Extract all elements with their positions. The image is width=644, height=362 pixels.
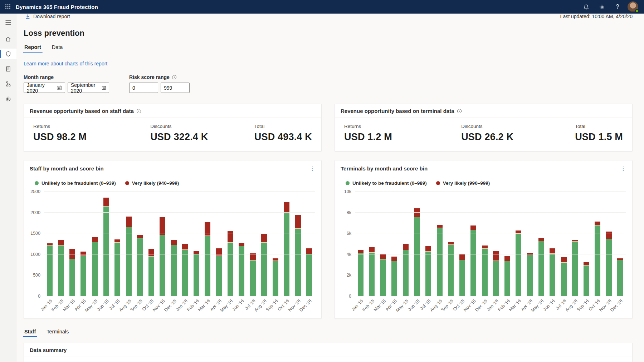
calendar-icon[interactable] [57, 85, 62, 90]
settings-button[interactable] [594, 0, 610, 14]
learn-more-link[interactable]: Learn more about charts of this report [24, 61, 107, 66]
sidebar-item-case-flow[interactable] [0, 79, 16, 89]
stacked-bar[interactable] [92, 237, 98, 296]
legend-item: Very likely (990–999) [436, 180, 490, 186]
stacked-bar[interactable] [470, 225, 476, 296]
bar-segment-red [470, 225, 476, 230]
stacked-bar[interactable] [58, 240, 64, 296]
presence-indicator [635, 9, 639, 13]
stacked-bar[interactable] [148, 249, 154, 296]
bar-segment-red [606, 232, 612, 239]
help-button[interactable]: ? [610, 0, 625, 14]
tab-staff[interactable]: Staff [24, 328, 36, 337]
info-icon[interactable] [457, 109, 462, 114]
bar-column [123, 192, 135, 296]
bar-column [191, 192, 202, 296]
stacked-bar[interactable] [584, 262, 589, 297]
bar-segment-red [595, 222, 600, 226]
stacked-bar[interactable] [391, 257, 397, 296]
stacked-bar[interactable] [606, 232, 612, 296]
bar-segment-green [295, 229, 301, 296]
stacked-bar[interactable] [228, 231, 233, 296]
bar-segment-green [538, 241, 544, 296]
bar-segment-red [92, 237, 98, 242]
metric-label: Returns [344, 124, 461, 129]
bar-segment-green [58, 246, 64, 296]
stacked-bar[interactable] [493, 251, 499, 296]
stacked-bar[interactable] [617, 258, 623, 296]
stacked-bar[interactable] [572, 240, 578, 296]
stacked-bar[interactable] [295, 215, 301, 296]
stacked-bar[interactable] [261, 234, 267, 296]
calendar-icon[interactable] [102, 85, 106, 90]
bar-column [603, 192, 615, 296]
stacked-bar[interactable] [69, 249, 75, 296]
stacked-bar[interactable] [482, 246, 488, 296]
stacked-bar[interactable] [437, 225, 443, 296]
stacked-bar[interactable] [561, 257, 567, 296]
stacked-bar[interactable] [126, 217, 132, 296]
legend-dot-icon [125, 181, 129, 185]
info-icon[interactable] [136, 109, 141, 114]
stacked-bar[interactable] [459, 254, 465, 296]
notifications-button[interactable] [578, 0, 594, 14]
sidebar-expand-button[interactable] [0, 17, 16, 28]
stacked-bar[interactable] [538, 238, 544, 296]
stacked-bar[interactable] [80, 252, 86, 296]
month-to-input[interactable]: September 2020 [68, 83, 109, 93]
bar-segment-green [182, 250, 188, 296]
x-axis-labels: Jan '15Feb '15Mar '15Apr '15May '15Jun '… [44, 296, 315, 317]
stacked-bar[interactable] [216, 248, 222, 296]
stacked-bar[interactable] [284, 202, 289, 296]
stacked-bar[interactable] [595, 222, 600, 296]
stacked-bar[interactable] [160, 217, 165, 296]
download-report-button[interactable]: Download report [25, 14, 70, 19]
stacked-bar[interactable] [504, 256, 510, 296]
stacked-bar[interactable] [425, 246, 431, 296]
stacked-bar[interactable] [380, 254, 386, 296]
stacked-bar[interactable] [306, 248, 312, 296]
stacked-bar[interactable] [516, 230, 521, 296]
account-menu[interactable] [628, 1, 638, 12]
gridline [44, 275, 315, 275]
y-axis-tick-label: 10k [344, 189, 351, 194]
bar-segment-red [504, 256, 510, 261]
download-icon [25, 14, 30, 19]
data-summary-card: Data summary [24, 343, 633, 362]
chart-options-kebab-icon[interactable]: ⋮ [619, 164, 627, 172]
bar-segment-green [459, 260, 465, 296]
stacked-bar[interactable] [414, 208, 420, 296]
tab-report[interactable]: Report [24, 44, 42, 53]
bar-column [592, 192, 603, 296]
sidebar-item-settings[interactable] [0, 94, 16, 104]
app-launcher-waffle-icon[interactable] [0, 0, 16, 14]
stacked-bar[interactable] [273, 258, 278, 296]
bar-segment-red [216, 248, 222, 256]
bar-column [213, 192, 225, 296]
stacked-bar[interactable] [448, 242, 454, 296]
sidebar-item-home[interactable] [0, 34, 16, 44]
stacked-bar[interactable] [358, 250, 364, 296]
bar-segment-green [80, 256, 86, 296]
risk-max-input[interactable]: 999 [161, 83, 190, 93]
stacked-bar[interactable] [239, 243, 244, 296]
risk-min-input[interactable]: 0 [129, 83, 158, 93]
stacked-bar[interactable] [171, 240, 177, 296]
sidebar-item-fraud-protection[interactable] [0, 49, 16, 59]
stacked-bar[interactable] [47, 243, 53, 296]
stacked-bar[interactable] [182, 244, 188, 296]
month-from-input[interactable]: January 2020 [24, 83, 65, 93]
stacked-bar[interactable] [114, 239, 120, 296]
bar-column [281, 192, 292, 296]
sidebar-item-reports[interactable] [0, 64, 16, 74]
stacked-bar[interactable] [550, 248, 555, 296]
info-icon[interactable] [172, 75, 177, 80]
tab-data[interactable]: Data [51, 44, 64, 53]
stacked-bar[interactable] [194, 251, 199, 296]
chart-options-kebab-icon[interactable]: ⋮ [308, 164, 316, 172]
bar-segment-green [369, 253, 375, 296]
tab-terminals[interactable]: Terminals [46, 328, 69, 337]
stacked-bar[interactable] [137, 235, 143, 296]
waffle-icon [5, 4, 11, 10]
stacked-bar[interactable] [403, 244, 409, 296]
